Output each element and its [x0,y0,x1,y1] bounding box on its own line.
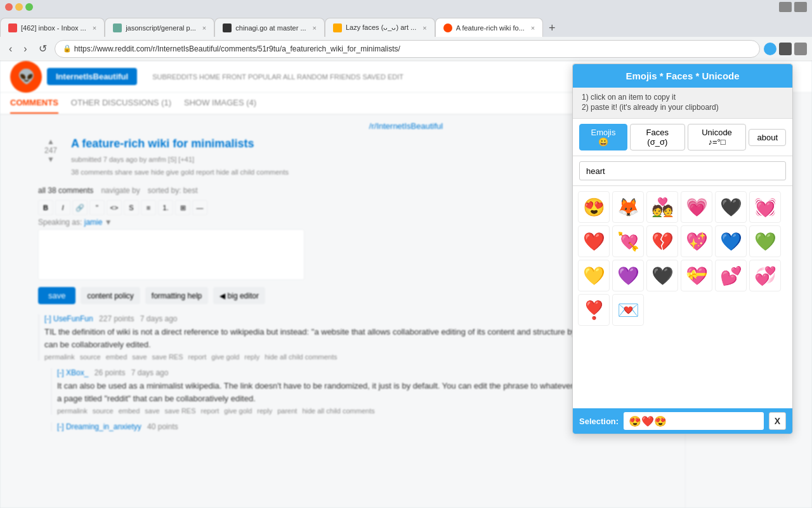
comment-3-author[interactable]: [-] Dreaming_in_anxietyy [57,422,141,431]
tab-bar: [462] inbox - Inbox ... × jasonscript/ge… [0,14,812,37]
close-tab-wiki[interactable]: × [531,24,535,32]
title-bar [0,0,812,14]
hr-btn[interactable]: — [192,200,207,215]
comment-textarea[interactable] [38,229,304,280]
comment-2-gold[interactable]: give gold [224,407,252,415]
comment-2-report[interactable]: report [201,407,219,415]
secure-icon: 🔒 [63,44,72,53]
comment-1-save[interactable]: save [132,353,147,361]
tab-faces[interactable]: Lazy faces (ᴗ_ᴗ) art ... × [325,18,435,37]
comment-2-reply[interactable]: reply [257,407,272,415]
emoji-revolving-hearts[interactable]: 💞 [749,260,781,291]
emoji-couple-heart[interactable]: 💑 [646,191,678,223]
comment-1-embed[interactable]: embed [106,353,128,361]
comment-2-hide[interactable]: hide all child comments [302,407,374,415]
emoji-love-letter[interactable]: 💌 [612,294,644,326]
ordered-list-btn[interactable]: 1. [158,200,173,215]
new-tab-btn[interactable]: + [543,19,561,37]
comment-2-author[interactable]: [-] XBox_ [57,368,88,377]
extension-emoji-icon[interactable] [764,43,776,55]
list-btn[interactable]: ≡ [141,200,156,215]
emoji-heart-arrow[interactable]: 💘 [612,225,644,257]
tab-github[interactable]: chinagi.go at master ... × [214,18,325,37]
back-btn[interactable]: ‹ [5,41,16,57]
link-btn[interactable]: 🔗 [72,200,88,215]
comment-2-parent[interactable]: parent [277,407,297,415]
emoji-growing-heart[interactable]: 💗 [681,191,712,223]
emoji-purple-heart[interactable]: 💜 [612,260,644,291]
comment-2-save[interactable]: save [145,407,159,415]
strikethrough-btn[interactable]: S [124,200,139,215]
comment-1-gold[interactable]: give gold [211,353,239,361]
comment-1-time: 7 days ago [140,314,178,323]
comment-2-source[interactable]: source [93,407,114,415]
comment-1-report[interactable]: report [188,353,207,361]
comment-1-permalink[interactable]: permalink [44,353,75,361]
italic-btn[interactable]: I [55,200,70,215]
comment-1-points: 227 points [99,314,134,323]
tab-wiki[interactable]: A feature-rich wiki fo... × [435,18,544,37]
emoji-beating-heart[interactable]: 💓 [749,191,781,223]
comment-2-embed[interactable]: embed [119,407,140,415]
emoji-panel-instructions: 1) click on an item to copy it 2) paste … [573,88,792,119]
nav-bar: ‹ › ↺ 🔒 https://www.reddit.com/r/Interne… [0,37,812,61]
search-input[interactable] [579,161,786,180]
emoji-black-heart[interactable]: 🖤 [715,191,747,223]
close-tab-github[interactable]: × [313,24,317,32]
comment-1-author[interactable]: [-] UseFunFun [44,314,93,323]
comment-2-permalink[interactable]: permalink [57,407,88,415]
emoji-sparkling-heart[interactable]: 💖 [681,225,712,257]
extension-icon-2[interactable] [779,43,792,55]
emoji-heart-exclamation[interactable]: ❣️ [578,294,610,326]
comment-1-hide[interactable]: hide all child comments [265,353,337,361]
emoji-gift-heart[interactable]: 💝 [681,260,712,291]
emoji-blue-heart[interactable]: 💙 [715,225,747,257]
title-bar-controls [5,3,33,11]
minimize-window-btn[interactable] [15,3,23,11]
formatting-help-btn[interactable]: formatting help [145,287,208,304]
emoji-red-heart[interactable]: ❤️ [578,225,610,257]
emoji-broken-heart[interactable]: 💔 [646,225,678,257]
comment-1-reply[interactable]: reply [244,353,259,361]
selection-input[interactable] [624,412,764,430]
tab-inbox[interactable]: [462] inbox - Inbox ... × [0,18,105,37]
comment-1-save-res[interactable]: save RES [152,353,183,361]
emoji-two-hearts[interactable]: 💕 [715,260,747,291]
tab-unicode[interactable]: Unicode ♪=°□ [688,124,747,150]
address-bar[interactable]: 🔒 https://www.reddit.com/r/InternetIsBea… [55,40,760,58]
forward-btn[interactable]: › [20,41,30,57]
content-policy-btn[interactable]: content policy [81,287,140,304]
emoji-grid-container[interactable]: 😍 🦊 💑 💗 🖤 💓 ❤️ 💘 💔 💖 💙 💚 💛 💜 🖤 💝 💕 💞 ❣️ … [573,186,792,408]
quote-btn[interactable]: " [89,200,105,215]
emoji-fox-heart[interactable]: 🦊 [612,191,644,223]
close-tab-inbox[interactable]: × [93,24,96,32]
close-window-btn[interactable] [5,3,13,11]
tab-faces[interactable]: Faces (σ_σ) [630,124,685,150]
comment-2-save-res[interactable]: save RES [165,407,196,415]
table-btn[interactable]: ⊞ [175,200,190,215]
clear-selection-btn[interactable]: X [769,412,786,430]
tab-general[interactable]: jasonscript/general p... × [105,18,214,37]
comment-1-source[interactable]: source [80,353,101,361]
tab-emojis[interactable]: Emojis 😀 [579,124,627,150]
bold-btn[interactable]: B [38,200,53,215]
maximize-window-btn[interactable] [25,3,33,11]
emoji-smiling-hearts[interactable]: 😍 [578,191,610,223]
extension-icon-3[interactable] [794,43,807,55]
about-btn[interactable]: about [749,129,786,146]
show-images-nav[interactable]: SHOW IMAGES (4) [184,93,256,114]
reload-btn[interactable]: ↺ [35,40,51,57]
emoji-black-heart-2[interactable]: 🖤 [646,260,678,291]
comments-nav[interactable]: COMMENTS [10,93,58,114]
navigate-label: navigate by [101,186,140,195]
emoji-yellow-heart[interactable]: 💛 [578,260,610,291]
comments-count: all 38 comments [38,186,93,195]
big-editor-btn[interactable]: ◀ big editor [213,287,265,304]
save-comment-btn[interactable]: save [38,287,75,304]
other-discussions-nav[interactable]: OTHER DISCUSSIONS (1) [71,93,171,114]
emoji-green-heart[interactable]: 💚 [749,225,781,257]
subreddit-button[interactable]: InternetIsBeautiful [47,68,137,85]
close-tab-general[interactable]: × [202,24,206,32]
close-tab-faces[interactable]: × [422,24,426,32]
code-btn[interactable]: <> [107,200,122,215]
